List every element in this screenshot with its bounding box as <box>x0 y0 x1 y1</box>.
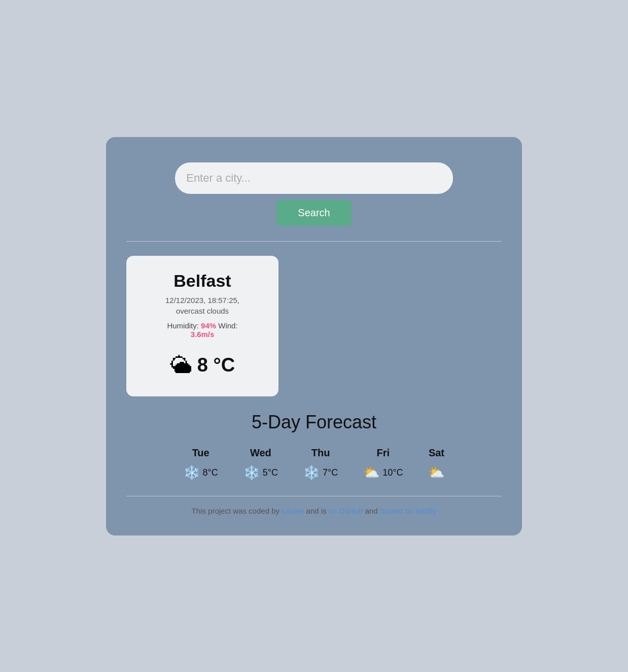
footer-text-before: This project was coded by <box>192 507 280 515</box>
footer-author-link[interactable]: Louise <box>282 507 304 515</box>
bottom-divider <box>126 496 502 496</box>
forecast-icon-thu: ❄️ <box>303 465 320 481</box>
forecast-day-name-tue: Tue <box>192 447 210 459</box>
humidity-label: Humidity: <box>167 321 199 330</box>
top-divider <box>126 241 502 242</box>
forecast-day-name-fri: Fri <box>377 447 390 459</box>
forecast-grid: Tue ❄️ 8°C Wed ❄️ 5°C Thu ❄️ 7°C <box>126 447 502 481</box>
humidity-value: 94% <box>201 321 216 330</box>
forecast-icon-tue: ❄️ <box>184 465 200 481</box>
city-name: Belfast <box>145 271 260 291</box>
weather-icon-main: 🌥 <box>170 353 192 378</box>
wind-value: 3.6m/s <box>191 330 215 339</box>
search-button[interactable]: Search <box>276 200 351 226</box>
forecast-icon-wed: ❄️ <box>243 465 260 481</box>
wind-label: Wind: <box>218 321 237 330</box>
forecast-day-thu: Thu ❄️ 7°C <box>303 447 338 481</box>
temp-row: 🌥 8 °C <box>145 353 260 378</box>
forecast-day-fri: Fri ⛅ 10°C <box>363 447 403 481</box>
forecast-section: 5-Day Forecast Tue ❄️ 8°C Wed ❄️ 5°C Thu <box>126 412 502 481</box>
forecast-day-sat: Sat ⛅ <box>428 447 444 481</box>
search-section: Search <box>126 162 502 226</box>
forecast-day-name-wed: Wed <box>250 447 271 459</box>
forecast-day-row-sat: ⛅ <box>428 465 444 481</box>
forecast-icon-fri: ⛅ <box>363 465 379 481</box>
forecast-day-row-tue: ❄️ 8°C <box>184 465 218 481</box>
footer-netlify-link[interactable]: hosted on Netlify <box>380 507 437 515</box>
app-container: Search Belfast 12/12/2023, 18:57:25, ove… <box>106 137 522 535</box>
temperature-display: 8 °C <box>197 354 235 376</box>
footer-text-middle2: and <box>365 507 377 515</box>
forecast-day-tue: Tue ❄️ 8°C <box>184 447 218 481</box>
city-search-input[interactable] <box>175 162 453 194</box>
weather-description: overcast clouds <box>145 307 260 315</box>
forecast-day-name-thu: Thu <box>311 447 330 459</box>
forecast-temp-fri: 10°C <box>382 467 403 478</box>
forecast-day-row-thu: ❄️ 7°C <box>303 465 338 481</box>
forecast-temp-wed: 5°C <box>263 467 278 478</box>
weather-details: Humidity: 94% Wind: 3.6m/s <box>145 321 260 339</box>
footer-text-and-is: and is <box>306 507 327 515</box>
forecast-temp-thu: 7°C <box>323 467 338 478</box>
footer-github-link[interactable]: on GitHub <box>329 507 363 515</box>
forecast-day-wed: Wed ❄️ 5°C <box>243 447 278 481</box>
forecast-title: 5-Day Forecast <box>252 412 376 433</box>
forecast-day-row-fri: ⛅ 10°C <box>363 465 403 481</box>
forecast-day-name-sat: Sat <box>429 447 444 459</box>
footer: This project was coded by Louise and is … <box>192 507 437 515</box>
weather-card: Belfast 12/12/2023, 18:57:25, overcast c… <box>126 256 278 396</box>
forecast-day-row-wed: ❄️ 5°C <box>243 465 278 481</box>
forecast-temp-tue: 8°C <box>203 467 218 478</box>
forecast-icon-sat: ⛅ <box>428 465 444 481</box>
weather-datetime: 12/12/2023, 18:57:25, <box>145 296 260 305</box>
